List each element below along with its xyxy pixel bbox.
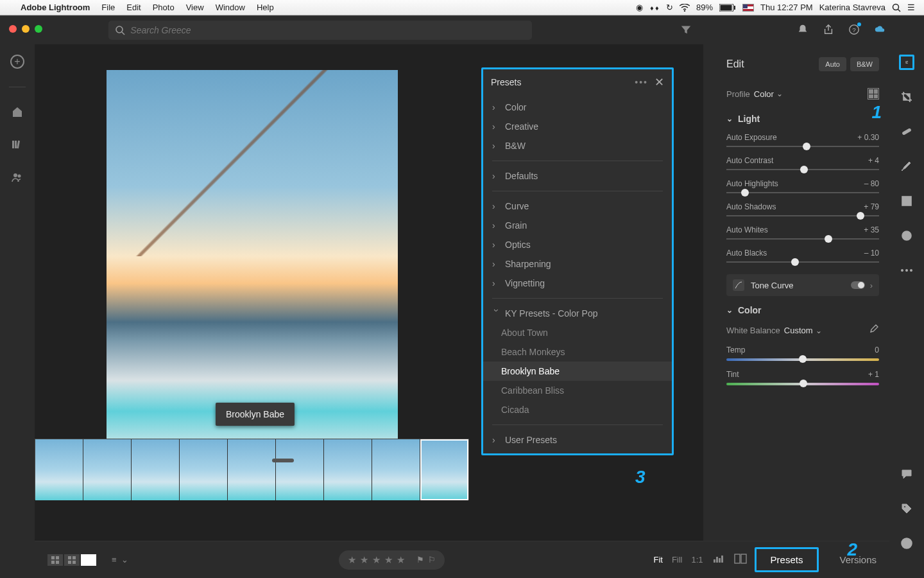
preset-group-ky-colorpop[interactable]: ›KY Presets - Color Pop — [483, 304, 672, 323]
profile-value[interactable]: Color — [754, 89, 774, 99]
thumbnail[interactable] — [83, 439, 132, 500]
timemachine-icon[interactable]: ↻ — [666, 3, 673, 12]
app-name[interactable]: Adobe Lightroom — [21, 3, 90, 12]
menu-photo[interactable]: Photo — [153, 3, 175, 12]
panel-more-icon[interactable]: ••• — [635, 77, 648, 87]
radial-gradient-icon[interactable] — [899, 228, 914, 243]
wb-value[interactable]: Custom — [784, 326, 813, 335]
linear-gradient-icon[interactable] — [899, 193, 914, 209]
grid-view-small-icon[interactable] — [47, 554, 63, 566]
star-icon[interactable]: ★ — [384, 554, 393, 566]
menu-window[interactable]: Window — [216, 3, 245, 12]
share-icon[interactable] — [823, 24, 834, 37]
star-icon[interactable]: ★ — [348, 554, 356, 566]
section-color[interactable]: ⌄Color — [726, 305, 879, 315]
clock[interactable]: Thu 12:27 PM — [760, 3, 813, 12]
add-photos-button[interactable]: + — [10, 55, 24, 69]
wifi-icon[interactable] — [680, 4, 690, 12]
close-window-icon[interactable] — [9, 25, 17, 33]
tone-curve-toggle[interactable] — [851, 281, 865, 289]
one-to-one-button[interactable]: 1:1 — [692, 555, 703, 565]
slider-knob[interactable] — [825, 235, 832, 243]
thumbnail[interactable] — [35, 439, 83, 500]
slider-knob[interactable] — [791, 258, 799, 266]
sort-icon[interactable]: ≡ ⌄ — [112, 555, 130, 565]
menu-help[interactable]: Help — [257, 3, 274, 12]
preset-group-vignetting[interactable]: ›Vignetting — [483, 274, 672, 293]
thumbnail[interactable] — [276, 439, 324, 500]
menu-view[interactable]: View — [186, 3, 204, 12]
star-icon[interactable]: ★ — [397, 554, 405, 566]
thumbnail[interactable] — [180, 439, 228, 500]
spotlight-icon[interactable] — [892, 3, 901, 12]
preset-group-user[interactable]: ›User Presets — [483, 430, 672, 450]
library-icon[interactable] — [11, 138, 24, 153]
help-icon[interactable]: ? — [848, 24, 860, 37]
thumbnail-selected[interactable] — [420, 439, 468, 500]
user-name[interactable]: Katerina Stavreva — [819, 3, 886, 12]
fit-button[interactable]: Fit — [653, 555, 662, 565]
tint-slider[interactable] — [800, 380, 807, 387]
histogram-icon[interactable] — [712, 554, 725, 565]
thumbnail[interactable] — [324, 439, 372, 500]
thumbnail[interactable] — [372, 439, 420, 500]
section-light[interactable]: ⌄Light — [726, 114, 879, 124]
brush-icon[interactable] — [899, 159, 914, 174]
profile-browser-icon[interactable] — [868, 88, 879, 100]
temp-slider[interactable] — [799, 355, 807, 363]
flag-pick-icon[interactable]: ⚑ — [416, 555, 424, 565]
preset-group-bw[interactable]: ›B&W — [483, 136, 672, 155]
thumbnail[interactable] — [228, 439, 276, 500]
minimize-window-icon[interactable] — [22, 25, 30, 33]
slider-knob[interactable] — [741, 189, 749, 197]
grid-view-large-icon[interactable] — [64, 554, 80, 566]
cc-sync-icon[interactable]: ◉ — [636, 3, 643, 12]
edit-sliders-icon[interactable] — [899, 55, 914, 70]
presets-button[interactable]: Presets — [755, 547, 819, 572]
cloud-icon[interactable] — [874, 24, 886, 37]
eyedropper-icon[interactable] — [869, 324, 879, 337]
filmstrip[interactable] — [35, 439, 469, 500]
thumbnail[interactable] — [132, 439, 180, 500]
single-view-icon[interactable] — [81, 554, 96, 566]
people-icon[interactable] — [11, 171, 24, 186]
star-icon[interactable]: ★ — [372, 554, 381, 566]
info-icon[interactable] — [899, 536, 914, 551]
window-controls[interactable] — [9, 25, 42, 33]
versions-button[interactable]: Versions — [839, 554, 877, 565]
preset-brooklyn-babe[interactable]: Brooklyn Babe — [483, 362, 672, 381]
tag-icon[interactable] — [899, 501, 914, 516]
preset-beach-monkeys[interactable]: Beach Monkeys — [483, 342, 672, 362]
close-icon[interactable]: ✕ — [654, 75, 664, 89]
auto-button[interactable]: Auto — [819, 57, 846, 71]
dropbox-icon[interactable]: ⬧⬧ — [649, 3, 660, 12]
preset-cicada[interactable]: Cicada — [483, 400, 672, 419]
flag-reject-icon[interactable]: ⚐ — [428, 555, 436, 565]
filter-icon[interactable] — [680, 24, 692, 37]
healing-icon[interactable] — [899, 124, 914, 139]
bw-button[interactable]: B&W — [850, 57, 879, 71]
menu-edit[interactable]: Edit — [126, 3, 141, 12]
tone-curve-row[interactable]: Tone Curve › — [726, 274, 879, 296]
slider-knob[interactable] — [800, 166, 808, 173]
slider-knob[interactable] — [857, 212, 864, 220]
chevron-down-icon[interactable]: ⌄ — [816, 326, 822, 335]
filmstrip-scrollbar[interactable] — [272, 459, 294, 462]
notifications-icon[interactable] — [797, 24, 809, 37]
preset-group-curve[interactable]: ›Curve — [483, 197, 672, 216]
preset-group-defaults[interactable]: ›Defaults — [483, 166, 672, 186]
preset-about-town[interactable]: About Town — [483, 323, 672, 342]
rating-control[interactable]: ★ ★ ★ ★ ★ ⚑ ⚐ — [339, 550, 445, 570]
more-tools-icon[interactable] — [899, 263, 914, 278]
preset-group-sharpening[interactable]: ›Sharpening — [483, 254, 672, 274]
chevron-down-icon[interactable]: ⌄ — [776, 89, 783, 98]
preset-group-grain[interactable]: ›Grain — [483, 216, 672, 235]
slider-knob[interactable] — [803, 143, 810, 150]
fullscreen-window-icon[interactable] — [35, 25, 42, 33]
menu-extras-icon[interactable]: ☰ — [907, 3, 915, 12]
search-input[interactable] — [108, 21, 532, 40]
menu-file[interactable]: File — [101, 3, 115, 12]
preset-group-creative[interactable]: ›Creative — [483, 117, 672, 136]
compare-icon[interactable] — [734, 554, 747, 566]
home-icon[interactable] — [11, 105, 24, 120]
